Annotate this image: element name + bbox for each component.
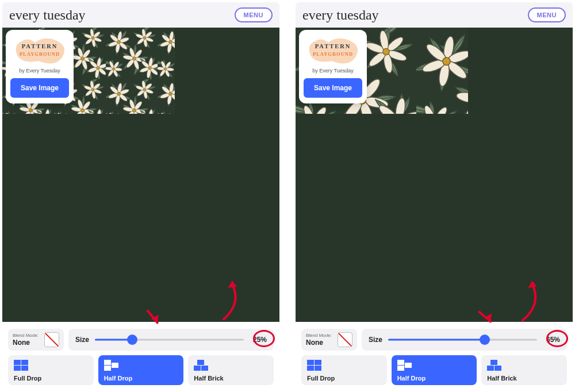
mode-half drop-button[interactable]: Half Drop <box>392 355 477 385</box>
size-label: Size <box>369 336 382 344</box>
size-slider[interactable] <box>95 335 244 345</box>
blend-mode-value: None <box>13 339 39 347</box>
svg-rect-22 <box>201 366 208 371</box>
mode-half brick-button[interactable]: Half Brick <box>481 355 567 385</box>
mode-half drop-button[interactable]: Half Drop <box>98 355 184 385</box>
blend-mode-box[interactable]: Blend Mode: None <box>301 329 357 351</box>
pattern-canvas[interactable]: PATTERN PLAYGROUND by Every Tuesday Save… <box>2 28 279 322</box>
byline: by Every Tuesday <box>10 68 69 74</box>
mode-label: Half Drop <box>104 375 178 382</box>
blend-mode-label: Blend Mode: <box>13 333 39 339</box>
mode-half brick-button[interactable]: Half Brick <box>188 355 274 385</box>
svg-text:PLAYGROUND: PLAYGROUND <box>20 51 60 57</box>
mode-icon <box>487 360 502 371</box>
size-box: Size 65% <box>362 329 567 351</box>
size-slider[interactable] <box>388 335 537 345</box>
controls: Blend Mode: None Size 65% <box>296 322 573 390</box>
size-label: Size <box>75 336 89 344</box>
svg-rect-13 <box>14 360 21 365</box>
pattern-canvas[interactable]: PATTERN PLAYGROUND by Every Tuesday Save… <box>296 28 573 322</box>
mode-label: Half Brick <box>487 375 561 382</box>
brand-logo: every tuesday <box>302 7 379 23</box>
mode-icon <box>397 360 412 371</box>
pattern-playground-logo: PATTERN PLAYGROUND <box>10 34 69 66</box>
mode-label: Full Drop <box>14 375 88 382</box>
svg-rect-27 <box>307 360 314 365</box>
logo-card: PATTERN PLAYGROUND by Every Tuesday Save… <box>6 30 74 103</box>
svg-rect-34 <box>490 360 497 365</box>
svg-text:PLAYGROUND: PLAYGROUND <box>313 51 353 57</box>
svg-rect-35 <box>487 366 494 371</box>
app-panel-0: every tuesday MENU <box>2 2 279 390</box>
svg-rect-19 <box>104 366 111 371</box>
save-image-button[interactable]: Save Image <box>304 78 362 98</box>
logo-card: PATTERN PLAYGROUND by Every Tuesday Save… <box>299 30 367 103</box>
app-panel-1: every tuesday MENU <box>296 2 573 390</box>
size-slider-thumb[interactable] <box>480 335 490 345</box>
svg-rect-21 <box>194 366 201 371</box>
blend-mode-box[interactable]: Blend Mode: None <box>8 329 64 351</box>
svg-rect-17 <box>104 360 111 365</box>
svg-rect-18 <box>112 363 118 368</box>
mode-label: Half Brick <box>194 375 268 382</box>
mode-full drop-button[interactable]: Full Drop <box>8 355 94 385</box>
mode-icon <box>14 360 29 371</box>
svg-rect-32 <box>405 363 412 368</box>
controls: Blend Mode: None Size 25% <box>2 322 279 390</box>
svg-rect-33 <box>397 366 404 371</box>
svg-text:PATTERN: PATTERN <box>22 43 58 49</box>
svg-rect-16 <box>21 366 28 371</box>
blend-none-icon <box>338 332 352 347</box>
pattern-playground-logo: PATTERN PLAYGROUND <box>304 34 362 66</box>
brand-logo: every tuesday <box>9 7 86 23</box>
mode-icon <box>307 360 322 371</box>
svg-rect-14 <box>21 360 28 365</box>
svg-rect-15 <box>14 366 21 371</box>
blend-none-icon <box>44 332 59 347</box>
topbar: every tuesday MENU <box>296 2 573 28</box>
size-box: Size 25% <box>68 329 274 351</box>
svg-rect-20 <box>197 360 204 365</box>
blend-mode-value: None <box>306 339 332 347</box>
svg-rect-29 <box>307 366 314 371</box>
svg-text:PATTERN: PATTERN <box>315 43 351 49</box>
topbar: every tuesday MENU <box>2 2 279 28</box>
mode-label: Full Drop <box>307 375 381 382</box>
svg-rect-30 <box>315 366 321 371</box>
svg-rect-31 <box>397 360 404 365</box>
byline: by Every Tuesday <box>304 68 362 74</box>
mode-label: Half Drop <box>397 375 471 382</box>
mode-full drop-button[interactable]: Full Drop <box>301 355 387 385</box>
menu-button[interactable]: MENU <box>528 7 566 22</box>
menu-button[interactable]: MENU <box>235 7 273 22</box>
size-value: 25% <box>250 336 267 344</box>
svg-rect-36 <box>494 366 501 371</box>
svg-rect-28 <box>315 360 321 365</box>
mode-icon <box>194 360 209 371</box>
size-value: 65% <box>543 336 560 344</box>
mode-icon <box>104 360 119 371</box>
blend-mode-label: Blend Mode: <box>306 333 332 339</box>
size-slider-thumb[interactable] <box>127 335 137 345</box>
save-image-button[interactable]: Save Image <box>10 78 69 98</box>
